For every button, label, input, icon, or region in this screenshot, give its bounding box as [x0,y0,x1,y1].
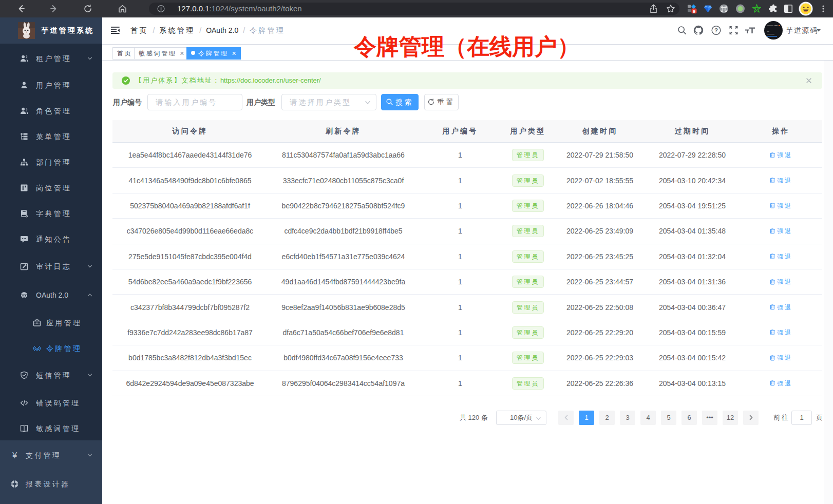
svg-text:9: 9 [693,9,695,14]
svg-text:?: ? [714,27,718,33]
svg-text:¥: ¥ [12,451,17,460]
svg-text:a: a [35,346,38,352]
